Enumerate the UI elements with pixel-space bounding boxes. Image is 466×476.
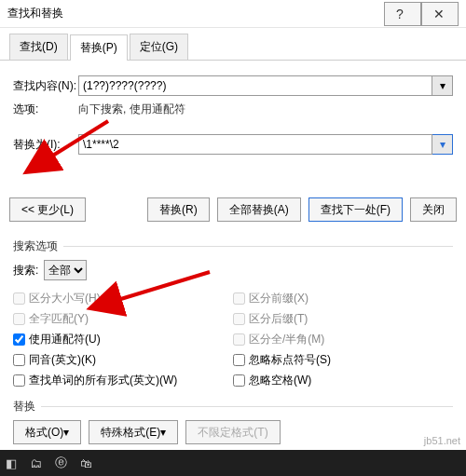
dialog-body: 查找内容(N): ▾ 选项: 向下搜索, 使用通配符 替换为(I): ▾: [0, 61, 466, 170]
tab-goto[interactable]: 定位(G): [130, 34, 188, 60]
task-view-icon[interactable]: ◧: [6, 456, 17, 470]
chevron-down-icon: ▾: [440, 79, 445, 92]
find-label: 查找内容(N):: [13, 78, 78, 94]
search-scope-label: 搜索:: [13, 263, 38, 279]
file-explorer-icon[interactable]: 🗂: [30, 456, 42, 470]
button-row: << 更少(L) 替换(R) 全部替换(A) 查找下一处(F) 关闭: [0, 170, 466, 233]
replace-label: 替换为(I):: [13, 137, 78, 153]
less-button[interactable]: << 更少(L): [9, 197, 86, 222]
replace-all-button[interactable]: 全部替换(A): [217, 197, 301, 222]
find-input[interactable]: [78, 75, 432, 96]
tab-strip: 查找(D) 替换(P) 定位(G): [0, 28, 466, 61]
use-wildcards-checkbox[interactable]: [13, 333, 25, 346]
tab-replace[interactable]: 替换(P): [70, 34, 128, 61]
replace-history-dropdown[interactable]: ▾: [432, 134, 453, 155]
match-suffix-checkbox: [233, 313, 245, 325]
tab-find[interactable]: 查找(D): [9, 34, 68, 60]
options-text: 向下搜索, 使用通配符: [78, 102, 185, 117]
word-forms-checkbox[interactable]: [13, 374, 25, 387]
watermark: jb51.net: [424, 435, 460, 446]
replace-button[interactable]: 替换(R): [147, 197, 210, 222]
edge-icon[interactable]: ⓔ: [55, 455, 67, 471]
options-label: 选项:: [13, 102, 78, 117]
search-options-group: 搜索选项: [13, 238, 453, 254]
chevron-down-icon: ▾: [160, 426, 166, 439]
taskbar: ◧ 🗂 ⓔ 🛍: [0, 450, 466, 476]
help-button[interactable]: ?: [384, 2, 421, 26]
ignore-space-checkbox[interactable]: [233, 374, 245, 387]
match-case-checkbox: [13, 292, 25, 305]
sounds-like-checkbox[interactable]: [13, 354, 25, 366]
ignore-punct-checkbox[interactable]: [233, 354, 245, 366]
chevron-down-icon: ▾: [440, 138, 445, 151]
search-options-label: 搜索选项: [13, 238, 58, 254]
find-next-button[interactable]: 查找下一处(F): [308, 197, 403, 222]
match-width-checkbox: [233, 333, 245, 346]
format-button[interactable]: 格式(O) ▾: [13, 420, 81, 444]
find-history-dropdown[interactable]: ▾: [432, 75, 453, 96]
replace-group: 替换: [13, 399, 453, 415]
match-prefix-checkbox: [233, 292, 245, 305]
replace-group-label: 替换: [13, 399, 35, 415]
replace-input[interactable]: [78, 134, 432, 155]
close-button[interactable]: 关闭: [410, 197, 457, 222]
close-window-button[interactable]: ✕: [421, 2, 459, 26]
chevron-down-icon: ▾: [63, 426, 69, 439]
title-bar: 查找和替换 ? ✕: [0, 0, 466, 28]
whole-word-checkbox: [13, 313, 25, 325]
special-format-button[interactable]: 特殊格式(E) ▾: [89, 420, 178, 444]
search-scope-select[interactable]: 全部: [44, 260, 87, 280]
no-format-button: 不限定格式(T): [185, 420, 280, 444]
window-title: 查找和替换: [7, 6, 384, 21]
store-icon[interactable]: 🛍: [80, 456, 92, 470]
